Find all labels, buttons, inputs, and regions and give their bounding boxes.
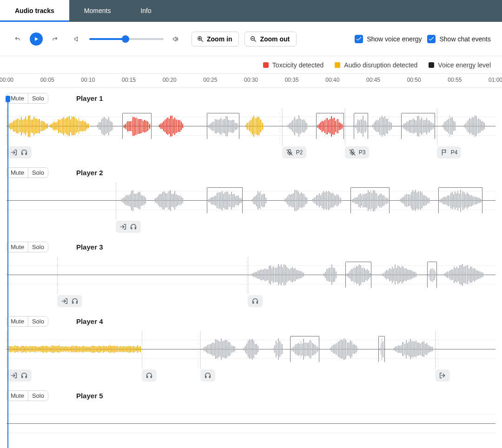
event-chip[interactable] (116, 221, 141, 233)
audio-clip[interactable] (287, 113, 308, 139)
event-chip[interactable] (142, 369, 157, 382)
redo-icon (51, 35, 59, 43)
audio-clip[interactable] (345, 262, 371, 288)
event-chip[interactable]: P4 (437, 146, 462, 158)
audio-clip[interactable] (399, 187, 430, 213)
ruler-tick: 00:50 (407, 77, 421, 83)
audio-clip[interactable] (49, 113, 90, 139)
audio-clip[interactable] (272, 336, 284, 362)
audio-clip[interactable] (153, 187, 185, 213)
event-chip-row: P2P3P4 (7, 145, 495, 162)
audio-clip[interactable] (251, 187, 267, 213)
volume-max-button[interactable] (169, 33, 182, 46)
legend-label: Voice energy level (438, 61, 491, 69)
volume-high-icon (172, 35, 179, 43)
audio-clip[interactable] (427, 262, 437, 288)
audio-clip[interactable] (207, 113, 239, 139)
audio-clip[interactable] (207, 187, 243, 213)
audio-clip[interactable] (378, 336, 385, 362)
audio-clip[interactable] (251, 262, 305, 288)
undo-icon (14, 35, 21, 43)
tab-moments[interactable]: Moments (69, 0, 126, 22)
toggle-show-chat-events[interactable]: Show chat events (427, 35, 491, 43)
audio-clip[interactable] (284, 187, 308, 213)
toggle-show-voice-energy[interactable]: Show voice energy (355, 35, 422, 43)
event-chip[interactable] (7, 146, 32, 158)
waveform-lane[interactable] (7, 405, 495, 442)
redo-button[interactable] (48, 33, 61, 46)
audio-clip[interactable] (7, 113, 49, 139)
audio-clip[interactable] (290, 336, 319, 362)
event-chip[interactable] (248, 295, 263, 307)
audio-clip[interactable] (442, 113, 456, 139)
event-chip[interactable] (57, 295, 82, 307)
audio-clip[interactable] (7, 336, 142, 362)
event-chip[interactable] (7, 369, 32, 382)
event-chip-row (7, 369, 495, 385)
playhead[interactable] (7, 96, 8, 448)
solo-button[interactable]: Solo (28, 242, 48, 252)
audio-clip[interactable] (158, 113, 184, 139)
event-chip[interactable] (200, 369, 215, 382)
legend-swatch (335, 62, 340, 68)
undo-button[interactable] (11, 33, 24, 46)
audio-clip[interactable] (382, 262, 417, 288)
audio-clip[interactable] (401, 113, 436, 139)
audio-clip[interactable] (329, 336, 358, 362)
mute-button[interactable] (71, 33, 84, 46)
time-ruler[interactable]: 00:0000:0500:1000:1500:2000:2500:3000:35… (0, 74, 502, 88)
legend-toxicity: Toxcicity detected (263, 61, 324, 69)
track-name: Player 4 (76, 317, 103, 325)
zoom-out-label: Zoom out (260, 35, 290, 43)
mute-solo-group: MuteSolo (7, 167, 48, 178)
ruler-tick: 00:00 (0, 77, 13, 83)
tab-audio-tracks[interactable]: Audio tracks (0, 0, 69, 22)
ruler-tick: 00:05 (40, 77, 54, 83)
audio-clip[interactable] (350, 187, 390, 213)
audio-clip[interactable] (463, 113, 486, 139)
audio-clip[interactable] (316, 113, 344, 139)
mute-button[interactable]: Mute (7, 316, 28, 326)
solo-button[interactable]: Solo (28, 168, 48, 178)
mute-button[interactable]: Mute (7, 168, 28, 178)
audio-clip[interactable] (371, 113, 393, 139)
audio-clip[interactable] (96, 113, 114, 139)
ruler-tick: 00:20 (163, 77, 177, 83)
event-chip[interactable]: P3 (345, 146, 370, 158)
waveform-lane[interactable] (7, 256, 495, 293)
waveform-lane[interactable] (7, 182, 495, 219)
event-chip[interactable]: P2 (282, 146, 307, 158)
mute-button[interactable]: Mute (7, 391, 28, 401)
audio-clip[interactable] (311, 187, 343, 213)
tab-info[interactable]: Info (126, 0, 166, 22)
audio-clip[interactable] (122, 113, 152, 139)
audio-clip[interactable] (354, 113, 369, 139)
waveform-lane[interactable] (7, 107, 495, 145)
ruler-tick: 00:15 (122, 77, 136, 83)
zoom-in-button[interactable]: Zoom in (192, 32, 239, 46)
audio-clip[interactable] (120, 187, 146, 213)
solo-button[interactable]: Solo (28, 316, 48, 326)
audio-clip[interactable] (202, 336, 237, 362)
audio-clip[interactable] (323, 262, 337, 288)
check-icon (355, 35, 363, 43)
solo-button[interactable]: Solo (28, 391, 48, 401)
track-name: Player 3 (76, 243, 103, 251)
audio-clip[interactable] (393, 336, 434, 362)
volume-low-icon (73, 35, 81, 43)
zoom-in-label: Zoom in (207, 35, 232, 43)
chip-label: P3 (359, 149, 366, 156)
play-button[interactable] (30, 33, 43, 46)
ruler-tick: 00:45 (366, 77, 380, 83)
audio-clip[interactable] (438, 187, 482, 213)
audio-clip[interactable] (443, 262, 484, 288)
volume-slider[interactable] (89, 38, 164, 40)
audio-clip[interactable] (244, 113, 264, 139)
ruler-tick: 00:25 (203, 77, 217, 83)
solo-button[interactable]: Solo (28, 93, 48, 103)
zoom-out-button[interactable]: Zoom out (244, 32, 297, 46)
mute-button[interactable]: Mute (7, 242, 28, 252)
event-chip[interactable] (435, 369, 450, 382)
audio-clip[interactable] (243, 336, 259, 362)
waveform-lane[interactable] (7, 330, 495, 368)
